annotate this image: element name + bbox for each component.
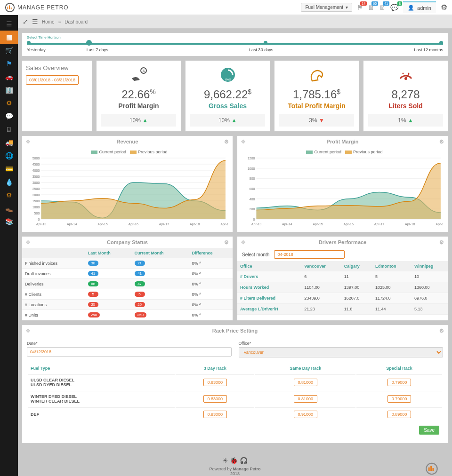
kpi-row: Sales Overview 03/01/2018 - 03/31/2018 $… [22, 60, 448, 132]
sidebar-stack-icon[interactable]: 📚 [0, 215, 18, 228]
gear-icon[interactable]: ⚙ [439, 328, 444, 334]
svg-text:Apr-16: Apr-16 [344, 222, 354, 226]
gear-icon[interactable]: ⚙ [439, 139, 444, 145]
svg-text:Apr-18: Apr-18 [190, 222, 200, 226]
chevron-down-icon: ▾ [346, 5, 348, 10]
document-icon[interactable]: 🗎41 [379, 4, 386, 11]
breadcrumb-current: Dashboard [65, 19, 88, 24]
timeline-label[interactable]: Last 12 months [414, 48, 443, 52]
svg-text:Apr-15: Apr-15 [313, 222, 323, 226]
main: ⤢ ☰ Home » Dashboard Select Time Horizon [18, 15, 452, 476]
time-horizon-title: Select Time Horizon [27, 35, 443, 40]
sidebar-cog-icon[interactable]: ⚙ [0, 189, 18, 202]
timeline-label[interactable]: Last 7 days [87, 48, 108, 52]
move-icon[interactable]: ✥ [26, 139, 30, 145]
timeline-dot[interactable] [439, 41, 443, 45]
sidebar-building-icon[interactable]: 🏢 [0, 83, 18, 96]
kpi-value: 22.66% [121, 88, 156, 101]
gear-icon[interactable]: ⚙ [439, 239, 444, 246]
tables-row: ✥Company Status⚙ Last MonthCurrent Month… [22, 236, 448, 321]
invoice-icon[interactable]: 🗎60 [368, 4, 374, 11]
move-icon[interactable]: ✥ [241, 139, 245, 145]
svg-text:3500: 3500 [32, 175, 40, 178]
sidebar-shoe-icon[interactable]: 👞 [0, 202, 18, 215]
rack-table: Fuel Type3 Day RackSame Day RackSpecial … [27, 362, 443, 422]
rack-office-label: Office* [239, 341, 444, 346]
revenue-chart: 0500100015002000250030003500400045005000… [27, 156, 228, 226]
sidebar-car-icon[interactable]: 🚗 [0, 70, 18, 83]
rack-date-input[interactable] [27, 347, 232, 357]
svg-text:4500: 4500 [32, 163, 40, 166]
timeline-dot[interactable] [27, 41, 31, 45]
sidebar-globe-icon[interactable]: 🌐 [0, 149, 18, 162]
timeline-label[interactable]: Last 30 days [249, 48, 273, 52]
timeline-bar[interactable] [27, 43, 443, 45]
sidebar-message-icon[interactable]: 💬 [0, 110, 18, 123]
rack-price-input[interactable] [387, 395, 411, 403]
table-header [22, 248, 85, 258]
module-dropdown[interactable]: Fuel Management▾ [301, 3, 352, 12]
save-button[interactable]: Save [419, 426, 439, 435]
profit-title: Profit Margin [327, 139, 359, 144]
sidebar-drop-icon[interactable]: 💧 [0, 175, 18, 189]
svg-text:2000: 2000 [32, 193, 40, 197]
move-icon[interactable]: ✥ [26, 239, 30, 246]
sidebar-sliders-icon[interactable]: ⚙ [0, 96, 18, 110]
rack-price-input[interactable] [294, 395, 317, 403]
table-header: Same Day Rack [255, 363, 355, 373]
sales-overview-panel: Sales Overview 03/01/2018 - 03/31/2018 [22, 60, 92, 132]
svg-text:Apr-15: Apr-15 [97, 222, 107, 226]
move-icon[interactable]: ✥ [241, 239, 245, 246]
table-header: Current Month [132, 248, 189, 258]
sidebar-truck-icon[interactable]: 🚚 [0, 136, 18, 149]
drivers-panel: ✥Drivers Performace⚙ Select month Office… [237, 236, 448, 321]
gear-icon[interactable]: ⚙ [224, 139, 229, 145]
rack-price-input[interactable] [203, 411, 227, 418]
settings-gear-icon[interactable]: ⚙ [441, 3, 447, 12]
gear-icon[interactable]: ⚙ [224, 239, 229, 246]
kpi-card: $ 22.66% Profit Margin 10% ▲ [96, 60, 181, 132]
kpi-change: 1% ▲ [368, 114, 443, 127]
user-menu[interactable]: 👤 admin [403, 1, 436, 13]
timeline-dot-active[interactable] [86, 40, 92, 46]
company-status-panel: ✥Company Status⚙ Last MonthCurrent Month… [22, 236, 233, 321]
rack-price-input[interactable] [387, 411, 411, 418]
timeline-dot[interactable] [264, 41, 267, 45]
kpi-change: 10% ▲ [190, 114, 265, 127]
date-range-input[interactable]: 03/01/2018 - 03/31/2018 [26, 75, 79, 85]
table-row: ULSD CLEAR DIESELULSD DYED DIESEL [28, 374, 442, 390]
table-header: Last Month [85, 248, 132, 258]
svg-text:Apr-18: Apr-18 [405, 222, 415, 226]
rack-price-input[interactable] [294, 411, 317, 418]
svg-rect-3 [11, 8, 12, 9]
expand-icon[interactable]: ⤢ [23, 18, 28, 25]
footer-icons: ☀ 🐞 🎧 [31, 457, 439, 464]
kpi-icon: $ [129, 65, 148, 84]
rack-price-input[interactable] [294, 379, 317, 386]
sidebar-dashboard-icon[interactable]: ▦ [0, 31, 18, 44]
table-header: Winnipeg [412, 261, 448, 271]
rack-price-input[interactable] [387, 379, 411, 386]
breadcrumb-home[interactable]: Home [42, 19, 55, 24]
svg-text:500: 500 [34, 212, 40, 215]
sidebar-flag-icon[interactable]: ⚑ [0, 57, 18, 70]
hamburger-icon[interactable]: ☰ [32, 18, 38, 25]
rack-price-panel: ✥Rack Price Setting⚙ Date* Office*Vancou… [22, 325, 448, 444]
rack-date-label: Date* [27, 341, 232, 346]
timeline-label[interactable]: Yesterday [27, 48, 46, 52]
svg-text:Apr-14: Apr-14 [282, 222, 292, 226]
sidebar-menu-icon[interactable]: ☰ [0, 17, 18, 31]
move-icon[interactable]: ✥ [26, 328, 30, 334]
sidebar-monitor-icon[interactable]: 🖥 [0, 123, 18, 136]
logo-icon [5, 2, 15, 13]
sidebar-cart-icon[interactable]: 🛒 [0, 44, 18, 57]
rack-title: Rack Price Setting [212, 328, 258, 333]
rack-price-input[interactable] [203, 395, 227, 403]
month-input[interactable] [274, 250, 345, 259]
chat-icon[interactable]: 💬8 [390, 4, 398, 11]
flag-icon[interactable]: ⚑14 [357, 4, 363, 11]
rack-office-select[interactable]: Vancouver [239, 347, 444, 357]
rack-price-input[interactable] [203, 379, 227, 386]
sidebar-card-icon[interactable]: 💳 [0, 162, 18, 175]
footer: ☀ 🐞 🎧 Powered by Manage Petro 2018 MANAG… [22, 447, 448, 476]
